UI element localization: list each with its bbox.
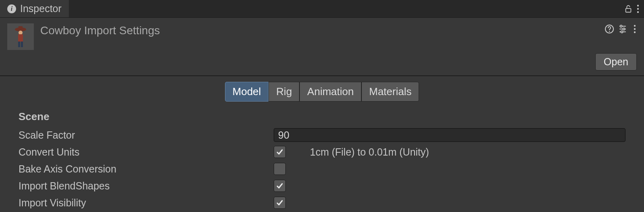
svg-rect-5	[19, 26, 23, 29]
open-button[interactable]: Open	[595, 53, 637, 71]
help-icon[interactable]	[605, 24, 614, 34]
inspector-tab[interactable]: i Inspector	[0, 0, 69, 17]
scale-factor-input[interactable]	[274, 128, 625, 142]
inspector-tab-bar: i Inspector	[0, 0, 644, 18]
svg-point-18	[634, 25, 636, 27]
import-blendshapes-checkbox[interactable]	[274, 180, 286, 192]
check-icon	[276, 182, 284, 190]
import-visibility-label: Import Visibility	[19, 197, 274, 209]
lock-icon[interactable]	[624, 4, 633, 13]
svg-point-19	[634, 28, 636, 30]
section-scene-header: Scene	[19, 110, 625, 123]
tab-rig[interactable]: Rig	[268, 82, 299, 102]
field-import-visibility: Import Visibility	[19, 195, 625, 211]
svg-point-11	[609, 31, 610, 32]
import-blendshapes-label: Import BlendShapes	[19, 180, 274, 192]
svg-rect-9	[21, 42, 23, 47]
convert-units-checkbox[interactable]	[274, 146, 286, 158]
character-icon	[12, 25, 29, 48]
svg-point-6	[19, 31, 23, 35]
scale-factor-label: Scale Factor	[19, 129, 274, 141]
field-bake-axis: Bake Axis Conversion	[19, 161, 625, 177]
tab-animation[interactable]: Animation	[299, 82, 361, 102]
bake-axis-label: Bake Axis Conversion	[19, 163, 274, 175]
svg-point-16	[623, 28, 625, 30]
info-icon: i	[7, 4, 16, 13]
check-icon	[276, 199, 284, 207]
svg-point-17	[621, 31, 623, 33]
field-convert-units: Convert Units 1cm (File) to 0.01m (Unity…	[19, 144, 625, 160]
asset-thumbnail[interactable]	[7, 23, 34, 50]
asset-title: Cowboy Import Settings	[40, 23, 605, 37]
import-visibility-checkbox[interactable]	[274, 197, 286, 209]
open-button-row: Open	[0, 50, 644, 75]
header-icons	[605, 23, 637, 34]
tab-model[interactable]: Model	[225, 82, 269, 102]
asset-header: Cowboy Import Settings	[0, 18, 644, 50]
svg-point-2	[637, 8, 639, 9]
bake-axis-checkbox[interactable]	[274, 163, 286, 175]
tab-materials[interactable]: Materials	[361, 82, 419, 102]
import-tabs: Model Rig Animation Materials	[19, 82, 625, 102]
content-area: Model Rig Animation Materials Scene Scal…	[0, 76, 644, 212]
svg-rect-7	[18, 34, 23, 42]
panel-controls	[620, 0, 644, 17]
svg-point-1	[637, 4, 639, 6]
field-scale-factor: Scale Factor	[19, 127, 625, 143]
convert-units-extra: 1cm (File) to 0.01m (Unity)	[310, 146, 429, 158]
svg-point-15	[620, 25, 622, 27]
svg-point-3	[637, 11, 639, 12]
convert-units-label: Convert Units	[19, 146, 274, 158]
kebab-menu-icon[interactable]	[633, 25, 637, 33]
check-icon	[276, 148, 284, 156]
svg-point-20	[634, 31, 636, 33]
kebab-menu-icon[interactable]	[636, 4, 640, 13]
svg-rect-0	[626, 8, 631, 12]
field-import-blendshapes: Import BlendShapes	[19, 178, 625, 194]
svg-rect-8	[18, 42, 20, 47]
panel-title: Inspector	[20, 3, 62, 15]
presets-icon[interactable]	[618, 24, 629, 34]
